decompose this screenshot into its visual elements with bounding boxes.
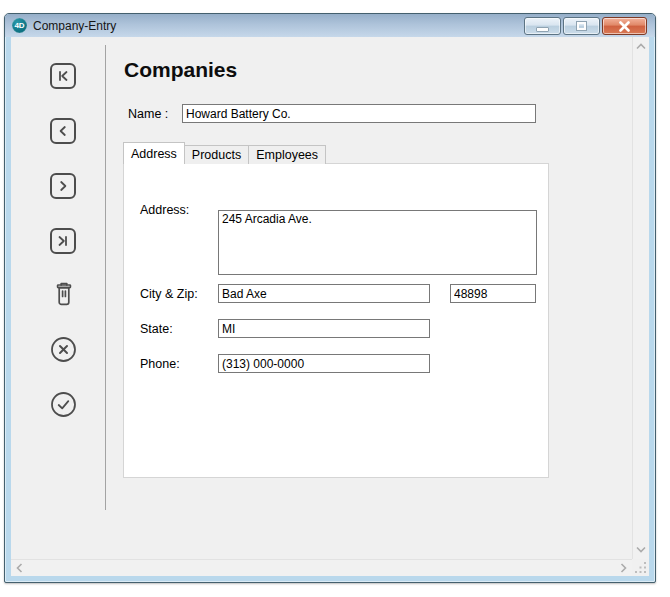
cancel-circle-icon [50,336,77,363]
close-icon [618,21,631,32]
phone-input[interactable] [218,354,430,373]
state-label: State: [140,322,173,336]
chevron-up-icon [636,43,646,50]
tab-products[interactable]: Products [184,145,249,164]
page-title: Companies [124,58,237,82]
address-label: Address: [140,203,189,217]
first-record-icon [56,69,70,83]
state-input[interactable] [218,319,430,338]
name-label: Name : [128,107,168,121]
cancel-button[interactable] [50,336,77,363]
app-window: 4D Company-Entry [4,13,656,583]
window-controls [524,17,647,35]
zip-input[interactable] [450,284,536,303]
tab-employees[interactable]: Employees [248,145,326,164]
city-zip-label: City & Zip: [140,287,198,301]
vertical-scrollbar[interactable] [632,37,649,559]
scroll-right-button[interactable] [620,563,627,573]
first-record-button[interactable] [50,63,76,89]
last-record-button[interactable] [50,228,76,254]
scroll-up-button[interactable] [636,43,646,50]
client-area: Companies Name : Address Products Employ… [11,37,649,576]
address-textarea[interactable]: 245 Arcadia Ave. [218,210,537,275]
chevron-down-icon [636,546,646,553]
tab-address[interactable]: Address [123,142,185,164]
app-logo-icon[interactable]: 4D [12,18,27,33]
minimize-button[interactable] [524,17,561,35]
delete-record-button[interactable] [50,279,77,310]
chevron-right-icon [620,563,627,573]
maximize-icon [577,22,586,30]
chevron-left-icon [16,563,23,573]
sidebar-divider [105,45,106,510]
next-record-button[interactable] [50,173,76,199]
horizontal-scrollbar[interactable] [11,559,632,576]
city-input[interactable] [218,284,430,303]
tab-bar: Address Products Employees [123,142,325,164]
titlebar[interactable]: 4D Company-Entry [5,14,655,37]
next-record-icon [56,179,70,193]
resize-grip[interactable] [635,562,647,574]
window-title: Company-Entry [33,19,116,33]
name-input[interactable] [182,104,536,123]
scroll-left-button[interactable] [16,563,23,573]
accept-circle-icon [50,391,77,418]
last-record-icon [56,234,70,248]
minimize-icon [536,27,549,32]
previous-record-button[interactable] [50,118,76,144]
previous-record-icon [56,124,70,138]
trash-icon [53,281,75,308]
scroll-down-button[interactable] [636,546,646,553]
maximize-button[interactable] [563,17,600,35]
phone-label: Phone: [140,357,180,371]
accept-button[interactable] [50,391,77,418]
close-button[interactable] [602,17,647,35]
